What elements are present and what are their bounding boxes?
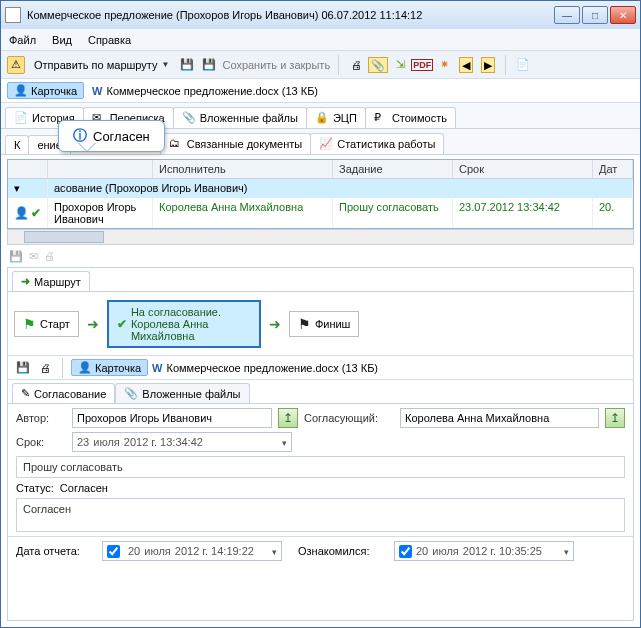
save-icon[interactable]: 💾 xyxy=(178,56,196,74)
cell-name: Прохоров Игорь Иванович xyxy=(48,198,153,228)
cell-executor: Королева Анна Михайловна xyxy=(153,198,333,228)
arrow-icon xyxy=(87,316,99,332)
maximize-button[interactable]: □ xyxy=(582,6,608,24)
export-icon[interactable]: ⇲ xyxy=(391,56,409,74)
route-detail: Маршрут Старт На согласование. Королева … xyxy=(7,267,634,621)
due-label: Срок: xyxy=(16,436,66,448)
route-tab[interactable]: Маршрут xyxy=(12,271,90,291)
horizontal-scrollbar[interactable] xyxy=(7,229,634,245)
tab-signature[interactable]: ЭЦП xyxy=(306,107,366,128)
minimize-button[interactable]: — xyxy=(554,6,580,24)
report-date-check[interactable] xyxy=(107,545,120,558)
send-icon[interactable]: ✉ xyxy=(29,250,38,263)
detail-toolbar: 💾 ✉ 🖨 xyxy=(1,245,640,267)
nav-fwd-icon[interactable]: ▶ xyxy=(479,56,497,74)
chevron-down-icon xyxy=(270,545,277,557)
word-doc-item-lower[interactable]: Коммерческое предложение.docx (13 КБ) xyxy=(152,362,378,374)
ack-date-field[interactable]: 20 июля 2012 г. 10:35:25 xyxy=(394,541,574,561)
check-icon xyxy=(31,206,41,220)
save-icon[interactable]: 💾 xyxy=(14,359,32,377)
routes-grid: Исполнитель Задание Срок Дат ▾ асование … xyxy=(7,159,634,229)
save-icon[interactable]: 💾 xyxy=(9,250,23,263)
tab-card-partial[interactable]: К xyxy=(5,135,29,154)
grid-header: Исполнитель Задание Срок Дат xyxy=(8,160,633,179)
warning-icon[interactable]: ⚠ xyxy=(7,56,25,74)
card-tab[interactable]: Карточка xyxy=(7,82,84,99)
word-doc-item[interactable]: Коммерческое предложение.docx (13 КБ) xyxy=(92,85,318,97)
clip-icon xyxy=(182,111,196,125)
tab-approval[interactable]: ✎ Согласование xyxy=(12,383,115,403)
table-row[interactable]: Прохоров Игорь Иванович Королева Анна Ми… xyxy=(8,198,633,228)
report-date-field[interactable]: 20 июля 2012 г. 14:19:22 xyxy=(102,541,282,561)
nav-back-icon[interactable]: ◀ xyxy=(457,56,475,74)
tooltip-text: Согласен xyxy=(93,129,150,144)
menu-view[interactable]: Вид xyxy=(52,34,72,46)
separator xyxy=(338,55,339,75)
flow-finish[interactable]: Финиш xyxy=(289,311,360,337)
bottom-row: Дата отчета: 20 июля 2012 г. 14:19:22 Оз… xyxy=(8,536,633,565)
tab-files-lower[interactable]: Вложенные файлы xyxy=(115,383,249,403)
col-task[interactable]: Задание xyxy=(333,160,453,178)
tab-files[interactable]: Вложенные файлы xyxy=(173,107,307,128)
due-date-field[interactable]: 23 июля 2012 г. 13:34:42 xyxy=(72,432,292,452)
price-icon xyxy=(374,111,388,125)
close-button[interactable]: ✕ xyxy=(610,6,636,24)
stats-icon xyxy=(319,137,333,151)
main-toolbar: ⚠ Отправить по маршруту ▼ 💾 💾 Сохранить … xyxy=(1,51,640,79)
task-text[interactable]: Прошу согласовать xyxy=(16,456,625,478)
route-flow: Старт На согласование. Королева Анна Мих… xyxy=(8,292,633,356)
save-close-icon[interactable]: 💾 xyxy=(200,56,218,74)
author-field[interactable] xyxy=(72,408,272,428)
flow-node-active[interactable]: На согласование. Королева Анна Михайловн… xyxy=(107,300,261,348)
scroll-thumb[interactable] xyxy=(24,231,104,243)
send-route-label: Отправить по маршруту xyxy=(34,59,158,71)
tab-stats[interactable]: Статистика работы xyxy=(310,133,444,154)
form-tabs: ✎ Согласование Вложенные файлы xyxy=(8,380,633,404)
approver-field[interactable] xyxy=(400,408,599,428)
check-icon xyxy=(117,317,127,331)
attach-icon[interactable]: 📎 xyxy=(369,56,387,74)
approver-pick-button[interactable]: ↥ xyxy=(605,408,625,428)
route-icon xyxy=(21,275,30,288)
separator xyxy=(62,358,63,378)
user-icon xyxy=(14,206,29,220)
col-due[interactable]: Срок xyxy=(453,160,593,178)
tab-related[interactable]: Связанные документы xyxy=(160,133,312,154)
flag-black-icon xyxy=(298,316,311,332)
flow-start[interactable]: Старт xyxy=(14,311,79,337)
flag-green-icon xyxy=(23,316,36,332)
menu-help[interactable]: Справка xyxy=(88,34,131,46)
ack-date-check[interactable] xyxy=(399,545,412,558)
route-tabs: Маршрут xyxy=(8,268,633,292)
cell-date: 20. xyxy=(593,198,633,228)
status-label: Статус: xyxy=(16,482,54,494)
card-doc-icon[interactable]: 📄 xyxy=(514,56,532,74)
print-icon[interactable]: 🖨 xyxy=(347,56,365,74)
comment-text[interactable]: Согласен xyxy=(16,498,625,532)
web-icon[interactable]: ✷ xyxy=(435,56,453,74)
arrow-icon xyxy=(269,316,281,332)
collapse-icon[interactable]: ▾ xyxy=(14,182,20,195)
group-row[interactable]: ▾ асование (Прохоров Игорь Иванович) xyxy=(8,179,633,198)
pdf-icon[interactable]: PDF xyxy=(413,56,431,74)
save-close-label[interactable]: Сохранить и закрыть xyxy=(222,59,330,71)
group-label: асование (Прохоров Игорь Иванович) xyxy=(48,179,633,198)
print-icon[interactable]: 🖨 xyxy=(36,359,54,377)
author-pick-button[interactable]: ↥ xyxy=(278,408,298,428)
clip-icon xyxy=(124,387,138,400)
approver-label: Согласующий: xyxy=(304,412,394,424)
lower-toolbar: 💾 🖨 Карточка Коммерческое предложение.do… xyxy=(8,356,633,380)
print-icon[interactable]: 🖨 xyxy=(44,250,55,262)
related-icon xyxy=(169,137,183,151)
col-date[interactable]: Дат xyxy=(593,160,633,178)
approval-icon: ✎ xyxy=(21,387,30,400)
report-date-label: Дата отчета: xyxy=(16,545,96,557)
app-icon xyxy=(5,7,21,23)
status-tooltip: Согласен xyxy=(58,120,165,152)
status-value: Согласен xyxy=(60,482,108,494)
send-route-button[interactable]: Отправить по маршруту ▼ xyxy=(29,57,174,73)
card-tab-lower[interactable]: Карточка xyxy=(71,359,148,376)
col-executor[interactable]: Исполнитель xyxy=(153,160,333,178)
tab-cost[interactable]: Стоимость xyxy=(365,107,456,128)
menu-file[interactable]: Файл xyxy=(9,34,36,46)
